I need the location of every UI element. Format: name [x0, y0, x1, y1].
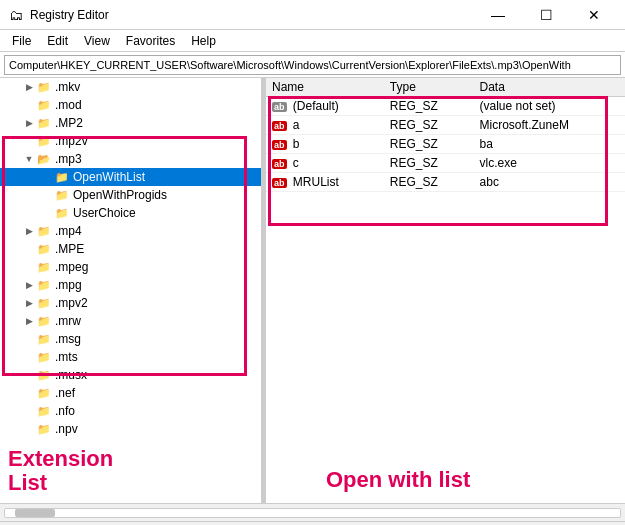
tree-item[interactable]: .nef	[0, 384, 261, 402]
table-row[interactable]: ab aREG_SZMicrosoft.ZuneM	[266, 116, 625, 135]
folder-icon	[36, 98, 52, 112]
folder-icon	[36, 116, 52, 130]
folder-icon	[36, 296, 52, 310]
tree-item[interactable]: .mp4	[0, 222, 261, 240]
tree-item[interactable]: .mrw	[0, 312, 261, 330]
folder-icon	[36, 350, 52, 364]
folder-icon	[54, 188, 70, 202]
cell-data: (value not set)	[474, 97, 625, 116]
folder-icon	[36, 260, 52, 274]
menu-item-favorites[interactable]: Favorites	[118, 32, 183, 50]
tree-item-label: .mod	[55, 98, 82, 112]
tree-arrow-icon	[22, 154, 36, 164]
tree-item[interactable]: .mpeg	[0, 258, 261, 276]
data-table-body: ab (Default)REG_SZ(value not set)ab aREG…	[266, 97, 625, 192]
tree-item[interactable]: UserChoice	[0, 204, 261, 222]
tree-item-label: .mts	[55, 350, 78, 364]
tree-item-label: .mrw	[55, 314, 81, 328]
tree-item[interactable]: .musx	[0, 366, 261, 384]
tree-item-label: .mp4	[55, 224, 82, 238]
tree-arrow-icon	[22, 82, 36, 92]
tree-item-label: .mpeg	[55, 260, 88, 274]
table-row[interactable]: ab cREG_SZvlc.exe	[266, 154, 625, 173]
maximize-button[interactable]: ☐	[523, 0, 569, 30]
folder-icon	[36, 224, 52, 238]
tree-container: .mkv.mod.MP2.mp2v.mp3OpenWithListOpenWit…	[0, 78, 261, 438]
reg-ab-icon: ab	[272, 121, 287, 131]
close-button[interactable]: ✕	[571, 0, 617, 30]
cell-data: ba	[474, 135, 625, 154]
tree-item[interactable]: .mts	[0, 348, 261, 366]
tree-item-label: UserChoice	[73, 206, 136, 220]
table-row[interactable]: ab bREG_SZba	[266, 135, 625, 154]
col-data: Data	[474, 78, 625, 97]
cell-name: ab b	[266, 135, 384, 154]
address-input[interactable]	[4, 55, 621, 75]
tree-arrow-icon	[22, 316, 36, 326]
col-type: Type	[384, 78, 474, 97]
tree-item[interactable]: .mkv	[0, 78, 261, 96]
tree-item-label: .nef	[55, 386, 75, 400]
tree-item-label: .mp2v	[55, 134, 88, 148]
tree-arrow-icon	[22, 298, 36, 308]
hscroll-inner	[4, 508, 621, 518]
hscroll-thumb[interactable]	[15, 509, 55, 517]
cell-type: REG_SZ	[384, 116, 474, 135]
menu-item-help[interactable]: Help	[183, 32, 224, 50]
hscroll-bar[interactable]	[0, 503, 625, 521]
menu-bar: FileEditViewFavoritesHelp	[0, 30, 625, 52]
folder-icon	[36, 80, 52, 94]
registry-data-table: Name Type Data ab (Default)REG_SZ(value …	[266, 78, 625, 192]
tree-item[interactable]: .mpg	[0, 276, 261, 294]
folder-open-icon	[36, 152, 52, 166]
main-area: ExtensionList .mkv.mod.MP2.mp2v.mp3OpenW…	[0, 78, 625, 503]
tree-item-label: .mpv2	[55, 296, 88, 310]
menu-item-file[interactable]: File	[4, 32, 39, 50]
menu-item-view[interactable]: View	[76, 32, 118, 50]
folder-icon	[36, 332, 52, 346]
tree-panel[interactable]: ExtensionList .mkv.mod.MP2.mp2v.mp3OpenW…	[0, 78, 262, 503]
tree-arrow-icon	[22, 226, 36, 236]
app-icon: 🗂	[8, 7, 24, 23]
reg-ab-icon: ab	[272, 159, 287, 169]
tree-item-label: .mp3	[55, 152, 82, 166]
folder-icon	[36, 386, 52, 400]
tree-item[interactable]: .mp2v	[0, 132, 261, 150]
folder-icon	[36, 278, 52, 292]
cell-name: ab (Default)	[266, 97, 384, 116]
title-bar-controls: — ☐ ✕	[475, 0, 617, 30]
tree-item-label: OpenWithProgids	[73, 188, 167, 202]
folder-icon	[36, 404, 52, 418]
tree-item-label: .msg	[55, 332, 81, 346]
tree-item[interactable]: OpenWithProgids	[0, 186, 261, 204]
cell-data: Microsoft.ZuneM	[474, 116, 625, 135]
tree-item[interactable]: .mod	[0, 96, 261, 114]
tree-item[interactable]: .msg	[0, 330, 261, 348]
tree-item[interactable]: .npv	[0, 420, 261, 438]
tree-item[interactable]: OpenWithList	[0, 168, 261, 186]
status-bar: wsxdn.com	[0, 521, 625, 525]
tree-item-label: .mkv	[55, 80, 80, 94]
tree-item[interactable]: .MPE	[0, 240, 261, 258]
table-row[interactable]: ab (Default)REG_SZ(value not set)	[266, 97, 625, 116]
tree-item[interactable]: .mpv2	[0, 294, 261, 312]
folder-icon	[36, 242, 52, 256]
menu-item-edit[interactable]: Edit	[39, 32, 76, 50]
title-bar: 🗂 Registry Editor — ☐ ✕	[0, 0, 625, 30]
cell-type: REG_SZ	[384, 173, 474, 192]
tree-item-label: .MP2	[55, 116, 83, 130]
cell-name: ab a	[266, 116, 384, 135]
minimize-button[interactable]: —	[475, 0, 521, 30]
tree-item-label: .musx	[55, 368, 87, 382]
tree-item[interactable]: .nfo	[0, 402, 261, 420]
tree-item[interactable]: .MP2	[0, 114, 261, 132]
tree-item-label: .nfo	[55, 404, 75, 418]
data-panel[interactable]: Open with list Name Type Data ab (Defaul…	[266, 78, 625, 503]
table-row[interactable]: ab MRUListREG_SZabc	[266, 173, 625, 192]
cell-data: vlc.exe	[474, 154, 625, 173]
tree-item-label: .mpg	[55, 278, 82, 292]
cell-type: REG_SZ	[384, 154, 474, 173]
tree-item[interactable]: .mp3	[0, 150, 261, 168]
tree-item-label: .npv	[55, 422, 78, 436]
reg-ab-icon: ab	[272, 102, 287, 112]
